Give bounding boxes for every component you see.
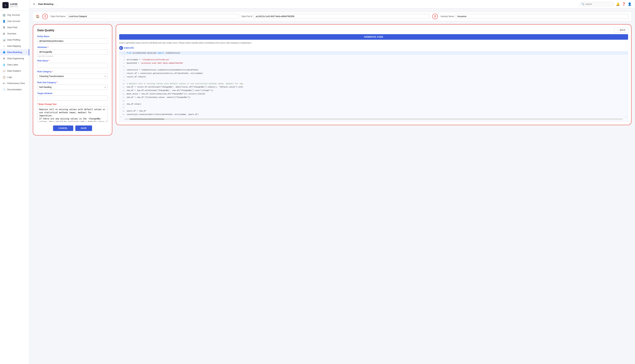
- sidebar-item-performance-tiers[interactable]: 🏷 Performance Tiers: [0, 80, 29, 86]
- sidebar-item-data-lakes[interactable]: 💧 Data Lakes: [0, 62, 29, 68]
- sidebar: L LUCID Data Hub 🏢 Org. Account 👤 User A…: [0, 0, 29, 364]
- rule-name-group: Rule Name *: [37, 60, 108, 68]
- execute-button[interactable]: ▶ EXECUTE: [119, 46, 628, 50]
- sidebar-item-label: Logs: [7, 76, 12, 78]
- header-row: 🏠 1 Data Pod Name Data Pod Id 2 Industry…: [33, 12, 631, 21]
- sidebar-nav: 🏢 Org. Account 👤 User Account 🗄 Data Pod…: [0, 10, 29, 364]
- search-input[interactable]: [585, 3, 612, 5]
- rule-name-input[interactable]: [37, 63, 108, 68]
- generate-code-button[interactable]: GENERATE CODE: [119, 34, 628, 40]
- rule-subcategory-select-wrap: Null Handling ▼: [37, 84, 108, 90]
- rule-category-required: *: [52, 70, 53, 73]
- search-icon: 🔍: [582, 3, 584, 5]
- code-scrollbar[interactable]: [125, 118, 623, 120]
- content-area: 🏠 1 Data Pod Name Data Pod Id 2 Industry…: [29, 8, 635, 364]
- user-icon[interactable]: 👤: [628, 2, 631, 6]
- scroll-right-icon[interactable]: ›: [626, 116, 627, 118]
- home-icon[interactable]: 🏠: [36, 14, 40, 18]
- help-icon[interactable]: ❓: [622, 2, 626, 6]
- code-block: 1 from luciddatahub.dataLoad import load…: [119, 51, 628, 122]
- sidebar-item-data-profiling[interactable]: 📊 Data Profiling: [0, 37, 29, 43]
- logo-name: LUCID: [10, 3, 18, 6]
- sidebar-item-label: Data Lakes: [7, 64, 18, 66]
- back-arrow-icon: ←: [617, 29, 619, 31]
- code-scrollbar-thumb[interactable]: [130, 118, 164, 120]
- bell-icon[interactable]: 🔔: [616, 2, 620, 6]
- cancel-button[interactable]: CANCEL: [53, 126, 73, 131]
- logs-icon: 📋: [3, 76, 6, 79]
- rule-category-select[interactable]: Cleansing Transformations: [37, 74, 108, 79]
- target-attribute-input[interactable]: [37, 96, 108, 100]
- code-line-3: 3 entityName = 'ClaimHistoryInformation': [119, 58, 628, 62]
- data-pod-id-input[interactable]: [254, 14, 429, 19]
- sidebar-item-logs[interactable]: 📋 Logs: [0, 74, 29, 80]
- code-line-18: 18 spark_df = new_df: [119, 110, 628, 113]
- sidebar-item-data-mapping[interactable]: ↔ Data Mapping: [0, 43, 29, 49]
- code-line-15: 15: [119, 99, 628, 103]
- sidebar-item-documentation[interactable]: 📄 Documentation: [0, 86, 29, 93]
- data-pod-id-group: Data Pod Id: [241, 14, 430, 19]
- target-attribute-group: Target attribute: [37, 92, 108, 100]
- code-line-5: 5: [119, 65, 628, 68]
- entity-name-input[interactable]: [37, 38, 108, 44]
- attributes-required: *: [48, 46, 49, 48]
- chevron-right-icon: ›: [26, 52, 27, 53]
- sidebar-item-label: User Account: [7, 20, 20, 22]
- sidebar-item-data-analytics[interactable]: 📈 Data Analytics: [0, 68, 29, 74]
- data-pod-name-group: Data Pod Name: [51, 14, 239, 19]
- sidebar-item-label: Data Engineering: [7, 57, 24, 60]
- breadcrumb-more[interactable]: ...: [54, 2, 58, 6]
- sidebar-item-data-engineering[interactable]: ⚙ Data Engineering: [0, 56, 29, 62]
- prompt-text-label: * Enter Prompt Text: [37, 103, 108, 106]
- data-pods-icon: 🗄: [3, 26, 6, 29]
- code-header: ← BACK: [119, 28, 628, 32]
- industry-name-group: Industry Name: [441, 14, 628, 19]
- attributes-hint: Type @ to mention: [37, 55, 108, 57]
- sidebar-item-org-account[interactable]: 🏢 Org. Account: [0, 12, 29, 18]
- code-line-1: 1 from luciddatahub.dataLoad import load…: [119, 52, 628, 55]
- breadcrumb-home-icon: ⌘: [33, 3, 35, 6]
- breadcrumb-separator: ›: [36, 3, 37, 5]
- prompt-text-input[interactable]: Replace null or missing values with defa…: [37, 106, 108, 122]
- prompt-text-group: * Enter Prompt Text Replace null or miss…: [37, 103, 108, 122]
- scroll-left-icon[interactable]: ‹: [120, 116, 122, 118]
- app-logo: L LUCID Data Hub: [0, 0, 29, 10]
- attributes-input[interactable]: [37, 49, 108, 54]
- save-button[interactable]: SAVE: [75, 126, 92, 131]
- sidebar-item-label: Data Profiling: [7, 39, 20, 41]
- sidebar-item-label: Documentation: [7, 88, 22, 91]
- logo-sub: Data Hub: [10, 6, 18, 8]
- back-button[interactable]: ← BACK: [614, 28, 628, 32]
- sidebar-item-data-modeling[interactable]: 🔷 Data Modeling ›: [0, 49, 29, 56]
- sidebar-item-label: Overview: [7, 32, 16, 35]
- two-col-layout: Data Quality Entity Name Attributes * Ty…: [33, 24, 631, 136]
- rule-name-required: *: [49, 60, 49, 62]
- sidebar-item-label: Data Mapping: [7, 45, 21, 47]
- industry-name-input[interactable]: [455, 14, 628, 19]
- execute-play-icon: ▶: [119, 46, 123, 50]
- attributes-group: Attributes * Type @ to mention: [37, 46, 108, 57]
- logo-text-block: LUCID Data Hub: [10, 3, 18, 7]
- code-line-13: 13 mean_value = new_df.select(mean(new_d…: [119, 92, 628, 96]
- org-account-icon: 🏢: [3, 14, 6, 16]
- code-line-11: 11 new_df = result_df.withColumn("Change…: [119, 86, 628, 89]
- form-button-row: CANCEL SAVE: [37, 126, 108, 131]
- attributes-label: Attributes *: [37, 46, 108, 48]
- code-panel: ← BACK GENERATE CODE Code is generated u…: [116, 24, 631, 125]
- industry-name-label: Industry Name: [441, 15, 454, 18]
- search-box[interactable]: 🔍: [579, 2, 614, 6]
- data-pod-name-input[interactable]: [67, 14, 238, 19]
- sidebar-item-data-pods[interactable]: 🗄 Data Pods: [0, 24, 29, 30]
- rule-subcategory-required: *: [57, 81, 57, 84]
- step-badge-1: 1: [42, 14, 48, 19]
- code-line-19: 19 canonical2.saveCustomAttribute(dataPo…: [119, 113, 628, 116]
- code-line-7: 7 result_df = canonical2.getCanonicalEnt…: [119, 72, 628, 75]
- sidebar-item-overview[interactable]: ⊞ Overview: [0, 30, 29, 37]
- sidebar-item-user-account[interactable]: 👤 User Account: [0, 18, 29, 24]
- rule-subcategory-select[interactable]: Null Handling: [37, 84, 108, 90]
- target-attribute-label: Target attribute: [37, 92, 108, 94]
- rule-category-group: Rule Category * Cleansing Transformation…: [37, 70, 108, 79]
- sidebar-item-label: Org. Account: [7, 14, 20, 16]
- topbar: ⌘ › Data Modeling ... 🔍 🔔 ❓ 👤: [29, 0, 635, 8]
- code-line-14: 14 new_df = new_df.fillna(mean_value, su…: [119, 96, 628, 99]
